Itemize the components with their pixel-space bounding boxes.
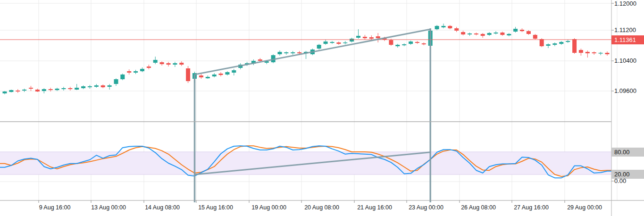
grid-layer bbox=[0, 0, 617, 200]
price-tick-label: 1.11200 bbox=[614, 26, 636, 34]
candles-layer bbox=[3, 24, 610, 94]
time-tick-label: 21 Aug 16:00 bbox=[357, 204, 392, 211]
time-tick-label: 29 Aug 00:00 bbox=[567, 204, 602, 211]
time-tick-label: 15 Aug 16:00 bbox=[198, 204, 233, 211]
stoch-zero-label: 0.00 bbox=[614, 177, 626, 185]
price-tick-label: 1.10400 bbox=[614, 57, 636, 65]
time-tick-label: 26 Aug 08:00 bbox=[461, 204, 496, 211]
time-tick-label: 14 Aug 08:00 bbox=[145, 204, 180, 211]
time-tick-label: 19 Aug 00:00 bbox=[251, 204, 286, 211]
price-trendline bbox=[195, 29, 431, 75]
last-price-badge: 1.11361 bbox=[611, 35, 644, 44]
axes-layer bbox=[0, 0, 644, 216]
time-tick-label: 23 Aug 00:00 bbox=[409, 204, 443, 211]
price-tick-label: 1.12000 bbox=[614, 0, 636, 8]
time-tick-label: 27 Aug 16:00 bbox=[514, 204, 549, 211]
price-tick-label: 1.09600 bbox=[614, 87, 636, 95]
stoch-overbought-badge: 80.00 bbox=[611, 148, 644, 157]
time-tick-label: 13 Aug 00:00 bbox=[91, 204, 126, 211]
time-tick-label: 9 Aug 16:00 bbox=[39, 204, 71, 211]
chart-root: 1.120001.112001.104001.09600 9 Aug 16:00… bbox=[0, 0, 644, 216]
time-tick-label: 20 Aug 08:00 bbox=[304, 204, 339, 211]
chart-canvas[interactable] bbox=[0, 0, 644, 216]
